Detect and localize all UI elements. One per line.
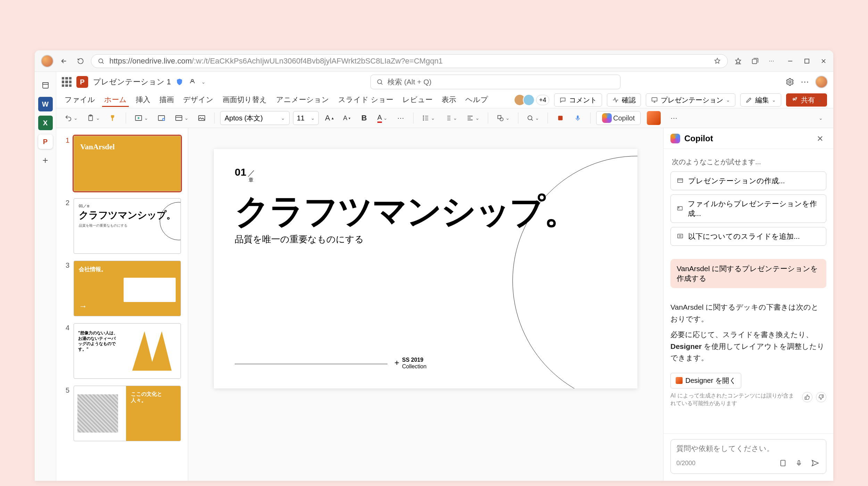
copilot-hint: 次のようなことが試せます... [672, 157, 825, 167]
app-launcher-icon[interactable] [62, 77, 72, 87]
collapse-ribbon-button[interactable]: ⌄ [814, 111, 828, 125]
slide-footer: + SS 2019 Collection [394, 357, 426, 370]
browser-toolbar: https://onedrive.live.com/:w:/t/EaCKkPs6… [35, 50, 833, 72]
account-avatar[interactable] [815, 76, 828, 88]
shapes-button[interactable]: ⌄ [494, 111, 512, 125]
send-button[interactable] [809, 458, 820, 469]
back-button[interactable] [58, 55, 70, 67]
numbering-button[interactable]: ⌄ [441, 111, 460, 125]
ribbon-toolbar: ⌄ ⌄ ⌄ ⌄ Aptos (本文)⌄ 11⌄ A▴ A▾ B A⌄ ⋯ ⌄ ⌄… [56, 108, 833, 128]
font-size-select[interactable]: 11⌄ [293, 111, 319, 125]
menu-item-6[interactable]: アニメーション [274, 93, 331, 107]
thumbs-up-button[interactable] [802, 392, 812, 402]
slide-canvas[interactable]: 01 ／ 章 クラフツマンシップ。 品質を唯一の重要なものにする + SS 20… [214, 149, 637, 388]
layout-button[interactable] [155, 111, 168, 125]
paste-button[interactable]: ⌄ [84, 111, 103, 125]
rail-word-icon[interactable]: W [38, 97, 53, 111]
svg-point-7 [378, 79, 382, 84]
menu-item-10[interactable]: ヘルプ [463, 93, 490, 107]
slide-thumbnail-1[interactable]: VanArsdel [74, 136, 181, 191]
copilot-disclaimer: AI によって生成されたコンテンツには誤りが含まれている可能性があります [670, 392, 798, 408]
designer-icon [676, 377, 683, 384]
increase-font-button[interactable]: A▴ [322, 111, 336, 125]
share-button[interactable]: 共有 ⌄ [786, 93, 827, 107]
title-chevron-icon[interactable]: ⌄ [201, 79, 206, 85]
font-family-select[interactable]: Aptos (本文)⌄ [220, 111, 290, 125]
svg-rect-3 [805, 59, 809, 63]
menu-item-1[interactable]: ホーム [102, 93, 129, 107]
new-slide-button[interactable]: ⌄ [132, 111, 151, 125]
align-button[interactable]: ⌄ [464, 111, 482, 125]
menu-item-0[interactable]: ファイル [62, 93, 97, 107]
present-button[interactable]: プレゼンテーション ⌄ [646, 93, 735, 107]
bold-button[interactable]: B [357, 111, 371, 125]
slide-thumbnail-5[interactable]: ここの文化と人々。 [74, 386, 181, 441]
search-icon [98, 58, 105, 65]
menu-item-9[interactable]: 表示 [440, 93, 458, 107]
slide-thumbnail-3[interactable]: 会社情報。→ [74, 261, 181, 316]
minimize-button[interactable] [787, 58, 794, 65]
close-window-button[interactable] [820, 58, 827, 65]
dictate-button[interactable] [571, 111, 585, 125]
profile-avatar[interactable] [41, 55, 53, 67]
document-title[interactable]: プレゼンテーション 1 [93, 77, 171, 87]
attach-icon[interactable] [777, 458, 788, 469]
section-button[interactable]: ⌄ [172, 111, 191, 125]
copilot-char-counter: 0/2000 [676, 460, 695, 467]
copilot-response-2: 必要に応じて、スライドを書き換えたり、Designer を使用してレイアウトを調… [670, 329, 826, 364]
bullets-button[interactable]: ⌄ [419, 111, 438, 125]
copilot-text-input[interactable] [676, 444, 820, 453]
close-pane-button[interactable] [814, 132, 826, 145]
addins-button[interactable] [553, 111, 567, 125]
mic-icon[interactable] [793, 458, 804, 469]
thumbs-down-button[interactable] [816, 392, 826, 402]
find-button[interactable]: ⌄ [524, 111, 542, 125]
menu-item-3[interactable]: 描画 [157, 93, 176, 107]
thumb-number: 1 [63, 136, 69, 191]
comment-button[interactable]: コメント [554, 93, 602, 107]
copilot-suggestion-1[interactable]: ファイルからプレゼンテーションを作成... [670, 194, 826, 223]
decrease-font-button[interactable]: A▾ [340, 111, 354, 125]
picture-button[interactable] [195, 111, 209, 125]
copilot-ribbon-button[interactable]: Copilot [596, 111, 641, 125]
collections-icon[interactable] [749, 55, 761, 67]
address-bar[interactable]: https://onedrive.live.com/:w:/t/EaCKkPs6… [91, 54, 728, 68]
rail-tab-icon[interactable] [38, 78, 53, 93]
rail-excel-icon[interactable]: X [38, 116, 53, 130]
maximize-button[interactable] [803, 58, 810, 65]
rail-add-icon[interactable]: + [38, 153, 53, 168]
favorites-bar-icon[interactable] [732, 55, 744, 67]
copilot-suggestion-2[interactable]: 以下についてのスライドを追加... [670, 227, 826, 246]
copilot-input-box[interactable]: 0/2000 [670, 439, 826, 474]
sync-icon[interactable] [188, 78, 197, 86]
copilot-suggestion-0[interactable]: プレゼンテーションの作成... [670, 171, 826, 190]
format-painter-button[interactable] [106, 111, 120, 125]
edit-mode-button[interactable]: 編集 ⌄ [740, 93, 781, 107]
rail-powerpoint-icon[interactable]: P [38, 134, 53, 149]
menu-item-8[interactable]: レビュー [400, 93, 435, 107]
font-color-button[interactable]: A⌄ [375, 111, 390, 125]
open-designer-button[interactable]: Designer を開く [670, 373, 741, 388]
settings-icon[interactable] [785, 77, 794, 86]
refresh-button[interactable] [74, 55, 87, 67]
copilot-pane: Copilot 次のようなことが試せます... プレゼンテーションの作成...フ… [663, 128, 833, 481]
slide-thumbnail-4[interactable]: "想像力のない人は、お湯のないティーバッグのようなものです。" [74, 323, 181, 379]
menu-item-5[interactable]: 画面切り替え [220, 93, 269, 107]
menu-item-2[interactable]: 挿入 [134, 93, 152, 107]
slide-thumbnail-panel: 1VanArsdel201／章クラフツマンシップ。品質を唯一の重要なものにする3… [56, 128, 188, 481]
more-icon[interactable]: ⋯ [801, 77, 809, 87]
presence-avatars[interactable]: +4 [517, 94, 549, 106]
font-more-button[interactable]: ⋯ [394, 111, 408, 125]
slide-thumbnail-2[interactable]: 01／章クラフツマンシップ。品質を唯一の重要なものにする [74, 198, 181, 254]
undo-button[interactable]: ⌄ [62, 111, 81, 125]
search-placeholder: 検索 (Alt + Q) [387, 77, 432, 87]
search-input[interactable]: 検索 (Alt + Q) [370, 75, 620, 89]
browser-more-icon[interactable]: ⋯ [765, 55, 778, 67]
menu-item-7[interactable]: スライド ショー [336, 93, 395, 107]
menu-item-4[interactable]: デザイン [181, 93, 216, 107]
svg-rect-25 [577, 116, 579, 119]
favorite-icon[interactable] [713, 57, 721, 65]
designer-ribbon-button[interactable] [644, 111, 663, 125]
ribbon-more-button[interactable]: ⋯ [667, 111, 681, 125]
review-button[interactable]: 確認 [607, 93, 641, 107]
